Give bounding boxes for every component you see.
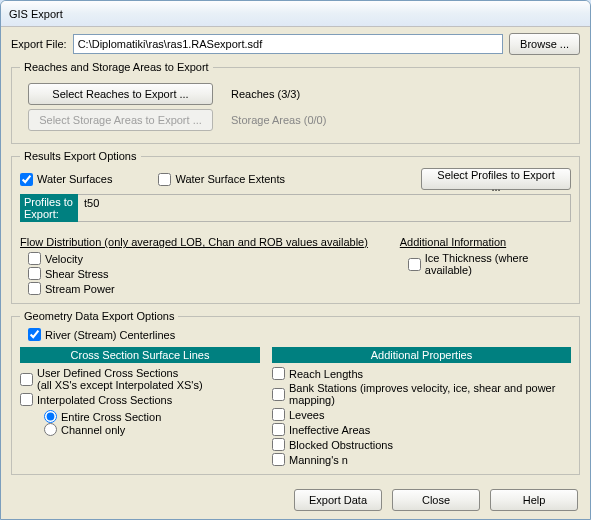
storage-status: Storage Areas (0/0) xyxy=(231,114,326,126)
entire-xs-radio[interactable]: Entire Cross Section xyxy=(44,410,260,423)
shear-stress-label: Shear Stress xyxy=(45,268,109,280)
bank-stations-input[interactable] xyxy=(272,388,285,401)
water-surface-extents-input[interactable] xyxy=(158,173,171,186)
xs-surface-lines-header: Cross Section Surface Lines xyxy=(20,347,260,363)
titlebar[interactable]: GIS Export xyxy=(1,1,590,27)
river-centerlines-label: River (Stream) Centerlines xyxy=(45,329,175,341)
results-group-legend: Results Export Options xyxy=(20,150,141,162)
entire-xs-input[interactable] xyxy=(44,410,57,423)
additional-props-header: Additional Properties xyxy=(272,347,571,363)
levees-input[interactable] xyxy=(272,408,285,421)
select-reaches-button[interactable]: Select Reaches to Export ... xyxy=(28,83,213,105)
select-profiles-button[interactable]: Select Profiles to Export ... xyxy=(421,168,571,190)
geometry-group-legend: Geometry Data Export Options xyxy=(20,310,178,322)
water-surface-extents-label: Water Surface Extents xyxy=(175,173,285,185)
interpolated-xs-label: Interpolated Cross Sections xyxy=(37,394,172,406)
reaches-group: Reaches and Storage Areas to Export Sele… xyxy=(11,61,580,144)
bank-stations-label: Bank Stations (improves velocity, ice, s… xyxy=(289,382,571,406)
shear-stress-input[interactable] xyxy=(28,267,41,280)
user-defined-xs-label: User Defined Cross Sections (all XS's ex… xyxy=(37,367,203,391)
user-defined-xs-input[interactable] xyxy=(20,373,33,386)
reaches-status: Reaches (3/3) xyxy=(231,88,300,100)
ineffective-input[interactable] xyxy=(272,423,285,436)
user-defined-xs-checkbox[interactable]: User Defined Cross Sections (all XS's ex… xyxy=(20,367,260,391)
profiles-export-label: Profiles to Export: xyxy=(20,194,78,222)
ice-thickness-input[interactable] xyxy=(408,258,421,271)
water-surfaces-checkbox[interactable]: Water Surfaces xyxy=(20,173,112,186)
geometry-group: Geometry Data Export Options River (Stre… xyxy=(11,310,580,475)
reaches-group-legend: Reaches and Storage Areas to Export xyxy=(20,61,213,73)
reach-lengths-checkbox[interactable]: Reach Lengths xyxy=(272,367,571,380)
water-surfaces-input[interactable] xyxy=(20,173,33,186)
water-surfaces-label: Water Surfaces xyxy=(37,173,112,185)
stream-power-checkbox[interactable]: Stream Power xyxy=(28,282,384,295)
stream-power-label: Stream Power xyxy=(45,283,115,295)
export-file-label: Export File: xyxy=(11,38,67,50)
results-group: Results Export Options Water Surfaces Wa… xyxy=(11,150,580,304)
levees-label: Levees xyxy=(289,409,324,421)
velocity-label: Velocity xyxy=(45,253,83,265)
user-defined-xs-l1: User Defined Cross Sections xyxy=(37,367,178,379)
ice-thickness-label: Ice Thickness (where available) xyxy=(425,252,571,276)
help-button[interactable]: Help xyxy=(490,489,578,511)
export-file-input[interactable] xyxy=(73,34,503,54)
entire-xs-label: Entire Cross Section xyxy=(61,411,161,423)
profiles-row: Profiles to Export: t50 xyxy=(20,194,571,222)
blocked-checkbox[interactable]: Blocked Obstructions xyxy=(272,438,571,451)
footer: Export Data Close Help xyxy=(1,483,590,519)
velocity-input[interactable] xyxy=(28,252,41,265)
water-surface-extents-checkbox[interactable]: Water Surface Extents xyxy=(158,173,285,186)
blocked-label: Blocked Obstructions xyxy=(289,439,393,451)
channel-only-label: Channel only xyxy=(61,424,125,436)
gis-export-window: GIS Export Export File: Browse ... Reach… xyxy=(0,0,591,520)
shear-stress-checkbox[interactable]: Shear Stress xyxy=(28,267,384,280)
window-title: GIS Export xyxy=(9,8,63,20)
bank-stations-checkbox[interactable]: Bank Stations (improves velocity, ice, s… xyxy=(272,382,571,406)
additional-info-heading: Additional Information xyxy=(400,236,571,248)
reach-lengths-input[interactable] xyxy=(272,367,285,380)
mannings-input[interactable] xyxy=(272,453,285,466)
export-file-row: Export File: Browse ... xyxy=(11,33,580,55)
reach-lengths-label: Reach Lengths xyxy=(289,368,363,380)
ineffective-label: Ineffective Areas xyxy=(289,424,370,436)
blocked-input[interactable] xyxy=(272,438,285,451)
browse-button[interactable]: Browse ... xyxy=(509,33,580,55)
mannings-checkbox[interactable]: Manning's n xyxy=(272,453,571,466)
flow-distribution-heading: Flow Distribution (only averaged LOB, Ch… xyxy=(20,236,384,248)
ice-thickness-checkbox[interactable]: Ice Thickness (where available) xyxy=(408,252,571,276)
interpolated-xs-checkbox[interactable]: Interpolated Cross Sections xyxy=(20,393,260,406)
interpolated-xs-input[interactable] xyxy=(20,393,33,406)
stream-power-input[interactable] xyxy=(28,282,41,295)
export-data-button[interactable]: Export Data xyxy=(294,489,382,511)
levees-checkbox[interactable]: Levees xyxy=(272,408,571,421)
velocity-checkbox[interactable]: Velocity xyxy=(28,252,384,265)
river-centerlines-checkbox[interactable]: River (Stream) Centerlines xyxy=(28,328,571,341)
close-button[interactable]: Close xyxy=(392,489,480,511)
channel-only-radio[interactable]: Channel only xyxy=(44,423,260,436)
content-area: Export File: Browse ... Reaches and Stor… xyxy=(1,27,590,483)
select-storage-button: Select Storage Areas to Export ... xyxy=(28,109,213,131)
mannings-label: Manning's n xyxy=(289,454,348,466)
river-centerlines-input[interactable] xyxy=(28,328,41,341)
channel-only-input[interactable] xyxy=(44,423,57,436)
ineffective-checkbox[interactable]: Ineffective Areas xyxy=(272,423,571,436)
user-defined-xs-l2: (all XS's except Interpolated XS's) xyxy=(37,379,203,391)
profiles-export-value: t50 xyxy=(78,194,571,222)
